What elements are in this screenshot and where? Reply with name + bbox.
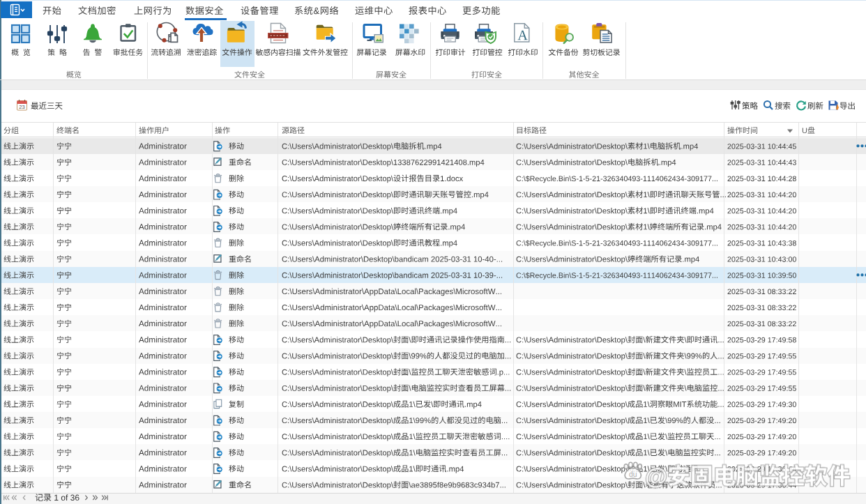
svg-text:23: 23 <box>19 104 24 110</box>
svg-text:du: du <box>629 470 637 478</box>
